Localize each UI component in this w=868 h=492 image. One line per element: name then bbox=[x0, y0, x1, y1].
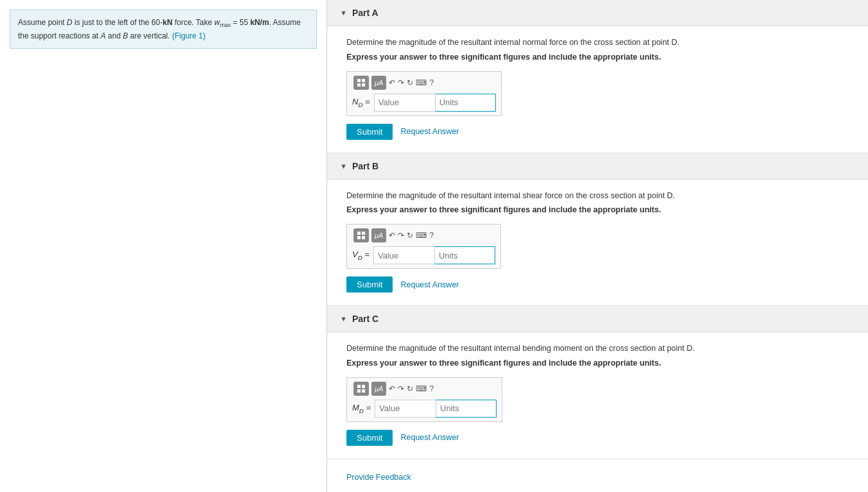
part-c-reset-icon[interactable]: ↻ bbox=[407, 384, 413, 393]
part-a-reset-icon[interactable]: ↻ bbox=[407, 78, 413, 87]
part-c-action-row: Submit Request Answer bbox=[346, 430, 849, 446]
part-a-redo-icon[interactable]: ↷ bbox=[398, 78, 404, 87]
part-c-redo-icon[interactable]: ↷ bbox=[398, 384, 404, 393]
svg-rect-4 bbox=[357, 232, 361, 235]
part-a-undo-icon[interactable]: ↶ bbox=[389, 78, 395, 87]
part-c-instruction: Express your answer to three significant… bbox=[346, 357, 849, 369]
part-b-section: ▼ Part B Determine the magnitude of the … bbox=[327, 153, 868, 307]
part-c-grid-btn[interactable] bbox=[353, 382, 369, 396]
part-b-header[interactable]: ▼ Part B bbox=[327, 153, 868, 180]
left-panel: Assume point D is just to the left of th… bbox=[0, 0, 327, 492]
part-b-undo-icon[interactable]: ↶ bbox=[389, 231, 395, 240]
part-c-units-input[interactable] bbox=[436, 400, 497, 418]
part-b-title: Part B bbox=[352, 161, 379, 171]
part-c-mu-btn[interactable]: μA bbox=[371, 382, 386, 396]
part-a-units-input[interactable] bbox=[435, 94, 496, 112]
svg-rect-0 bbox=[357, 79, 361, 82]
part-a-grid-btn[interactable] bbox=[353, 76, 369, 90]
part-b-reset-icon[interactable]: ↻ bbox=[407, 231, 413, 240]
part-a-header[interactable]: ▼ Part A bbox=[327, 0, 868, 26]
part-a-submit-button[interactable]: Submit bbox=[346, 124, 393, 140]
svg-rect-2 bbox=[357, 83, 361, 87]
part-a-value-input[interactable] bbox=[374, 94, 435, 112]
part-b-instruction: Express your answer to three significant… bbox=[346, 204, 849, 216]
part-c-undo-icon[interactable]: ↶ bbox=[389, 384, 395, 393]
svg-rect-6 bbox=[357, 236, 361, 239]
part-b-value-input[interactable] bbox=[373, 246, 434, 264]
part-c-request-link[interactable]: Request Answer bbox=[400, 433, 459, 442]
part-b-description: Determine the magnitude of the resultant… bbox=[346, 190, 849, 202]
part-a-section: ▼ Part A Determine the magnitude of the … bbox=[327, 0, 868, 153]
part-a-description: Determine the magnitude of the resultant… bbox=[346, 37, 849, 49]
part-b-units-input[interactable] bbox=[434, 246, 495, 264]
svg-rect-3 bbox=[362, 83, 365, 87]
part-a-request-link[interactable]: Request Answer bbox=[400, 127, 459, 136]
part-b-mu-btn[interactable]: μA bbox=[371, 228, 386, 242]
part-b-keyboard-icon[interactable]: ⌨ bbox=[416, 231, 427, 240]
part-b-toolbar: μA ↶ ↷ ↻ ⌨ ? bbox=[352, 228, 495, 242]
part-c-title: Part C bbox=[352, 314, 379, 324]
part-a-answer-row: ND = bbox=[352, 94, 496, 112]
part-a-keyboard-icon[interactable]: ⌨ bbox=[416, 78, 427, 87]
part-b-answer-row: VD = bbox=[352, 246, 495, 264]
part-c-section: ▼ Part C Determine the magnitude of the … bbox=[327, 306, 868, 459]
part-b-help-icon[interactable]: ? bbox=[429, 231, 434, 240]
part-c-value-input[interactable] bbox=[375, 400, 436, 418]
part-b-request-link[interactable]: Request Answer bbox=[400, 280, 459, 289]
part-b-label: VD = bbox=[352, 250, 370, 261]
info-text: Assume point D is just to the left of th… bbox=[18, 18, 301, 40]
part-b-redo-icon[interactable]: ↷ bbox=[398, 231, 404, 240]
part-c-answer-row: MD = bbox=[352, 400, 497, 418]
part-b-action-row: Submit Request Answer bbox=[346, 276, 849, 293]
svg-rect-1 bbox=[362, 79, 365, 82]
part-a-title: Part A bbox=[352, 8, 379, 18]
info-box: Assume point D is just to the left of th… bbox=[10, 10, 317, 49]
part-b-submit-button[interactable]: Submit bbox=[346, 276, 393, 293]
part-b-input-container: μA ↶ ↷ ↻ ⌨ ? VD = bbox=[346, 224, 501, 269]
part-a-help-icon[interactable]: ? bbox=[429, 78, 434, 87]
svg-rect-5 bbox=[362, 232, 365, 235]
part-b-arrow-icon: ▼ bbox=[340, 162, 347, 170]
part-c-arrow-icon: ▼ bbox=[340, 315, 347, 323]
part-b-content: Determine the magnitude of the resultant… bbox=[327, 180, 868, 306]
svg-rect-8 bbox=[357, 385, 361, 388]
svg-rect-7 bbox=[362, 236, 365, 239]
figure-link[interactable]: (Figure 1) bbox=[172, 31, 205, 40]
feedback-section: Provide Feedback bbox=[327, 459, 868, 493]
part-c-content: Determine the magnitude of the resultant… bbox=[327, 332, 868, 459]
part-c-label: MD = bbox=[352, 403, 371, 414]
part-a-arrow-icon: ▼ bbox=[340, 9, 347, 17]
part-a-content: Determine the magnitude of the resultant… bbox=[327, 26, 868, 153]
svg-rect-10 bbox=[357, 389, 361, 393]
part-c-keyboard-icon[interactable]: ⌨ bbox=[416, 384, 427, 393]
part-a-toolbar: μA ↶ ↷ ↻ ⌨ ? bbox=[352, 76, 496, 90]
svg-rect-9 bbox=[362, 385, 365, 388]
part-a-label: ND = bbox=[352, 97, 370, 108]
part-c-input-container: μA ↶ ↷ ↻ ⌨ ? MD = bbox=[346, 377, 502, 422]
part-c-header[interactable]: ▼ Part C bbox=[327, 306, 868, 332]
part-c-description: Determine the magnitude of the resultant… bbox=[346, 343, 849, 355]
part-c-toolbar: μA ↶ ↷ ↻ ⌨ ? bbox=[352, 382, 497, 396]
part-a-action-row: Submit Request Answer bbox=[346, 124, 849, 140]
part-a-instruction: Express your answer to three significant… bbox=[346, 51, 849, 64]
part-a-input-container: μA ↶ ↷ ↻ ⌨ ? ND = bbox=[346, 71, 502, 116]
part-b-grid-btn[interactable] bbox=[353, 228, 369, 242]
feedback-link[interactable]: Provide Feedback bbox=[346, 473, 411, 482]
part-c-submit-button[interactable]: Submit bbox=[346, 430, 393, 446]
svg-rect-11 bbox=[362, 389, 365, 393]
part-c-help-icon[interactable]: ? bbox=[429, 384, 434, 393]
part-a-mu-btn[interactable]: μA bbox=[371, 76, 386, 90]
right-panel: ▼ Part A Determine the magnitude of the … bbox=[327, 0, 868, 492]
